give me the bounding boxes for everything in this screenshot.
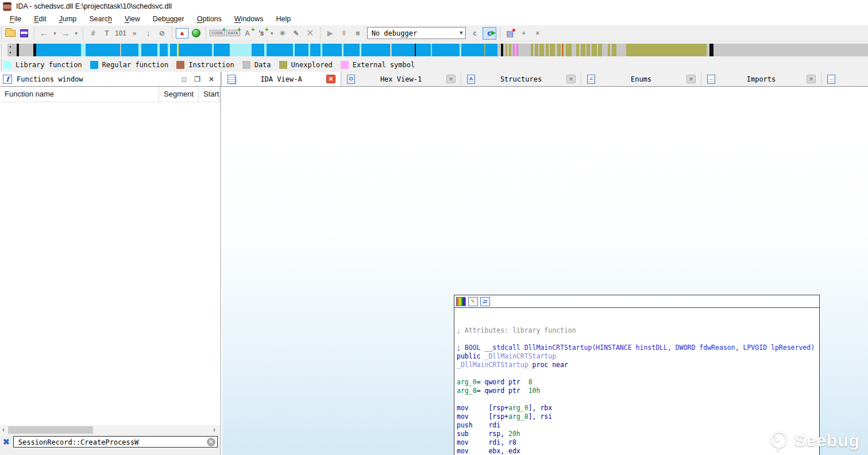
band-segment[interactable] xyxy=(602,44,608,56)
code-line[interactable]: sub rsp, 20h xyxy=(457,430,819,438)
band-segment[interactable] xyxy=(612,44,616,56)
functions-hscrollbar[interactable]: ‹ › xyxy=(0,425,220,435)
menu-options[interactable]: Options xyxy=(191,14,228,24)
jump-forward-dropdown[interactable]: ▾ xyxy=(73,27,79,40)
analysis-lock-icon[interactable]: ⊘ xyxy=(156,27,168,40)
create-string-button[interactable]: 's+ xyxy=(255,27,268,40)
tab-imports[interactable]: →Imports✕ xyxy=(701,72,821,86)
save-file-button[interactable] xyxy=(18,27,30,40)
tab-close-icon[interactable]: ✕ xyxy=(807,75,816,83)
code-line[interactable]: mov ebx, edx xyxy=(457,447,819,455)
band-segment[interactable] xyxy=(432,44,460,56)
scroll-left-icon[interactable]: ‹ xyxy=(2,426,5,434)
tab-hex-view-1[interactable]: OHex View-1✕ xyxy=(341,72,461,86)
jump-back-dropdown[interactable]: ▾ xyxy=(52,27,58,40)
band-segment[interactable] xyxy=(214,44,230,56)
band-segment[interactable] xyxy=(252,44,264,56)
jump-address-button[interactable]: ↓ xyxy=(142,27,155,40)
column-header-segment[interactable]: Segment xyxy=(159,87,199,102)
menu-file[interactable]: File xyxy=(3,14,28,24)
band-segment[interactable] xyxy=(322,44,342,56)
band-segment[interactable] xyxy=(539,44,544,56)
rename-button[interactable]: A+ xyxy=(241,27,254,40)
search-value-button[interactable]: # xyxy=(87,27,99,40)
tab-enums[interactable]: ≡Enums✕ xyxy=(581,72,701,86)
float-button[interactable]: ❐ xyxy=(194,75,200,83)
code-line[interactable] xyxy=(457,318,819,326)
menu-jump[interactable]: Jump xyxy=(53,14,83,24)
problems-list-button[interactable]: ▲ xyxy=(176,28,188,38)
code-line[interactable]: _DllMainCRTStartup proc near xyxy=(457,361,819,369)
menu-edit[interactable]: Edit xyxy=(28,14,53,24)
menu-view[interactable]: View xyxy=(118,14,146,24)
band-segment[interactable] xyxy=(121,44,138,56)
filter-clear-icon[interactable]: ✕ xyxy=(207,438,215,446)
search-sequence-button[interactable]: 101 xyxy=(114,27,127,40)
scrollbar-thumb[interactable] xyxy=(8,426,93,434)
band-segment[interactable] xyxy=(392,44,415,56)
debugger-windows-button[interactable]: ▤ xyxy=(504,27,516,40)
close-button[interactable]: ✕ xyxy=(209,75,214,83)
band-scroll-up-icon[interactable]: ◂ xyxy=(9,45,11,48)
band-segment[interactable] xyxy=(344,44,360,56)
band-segment[interactable] xyxy=(141,44,157,56)
string-type-dropdown[interactable]: ▾ xyxy=(269,27,275,40)
band-segment[interactable] xyxy=(295,44,308,56)
band-segment[interactable] xyxy=(713,44,868,56)
disassembly-code[interactable]: ; Attributes: library function ; BOOL __… xyxy=(454,308,819,455)
band-segment[interactable] xyxy=(310,44,321,56)
band-segment[interactable] xyxy=(36,44,81,56)
band-segment[interactable] xyxy=(416,44,431,56)
start-process-button[interactable]: ▶ xyxy=(324,27,337,40)
band-segment[interactable] xyxy=(550,44,555,56)
edit-pencil-icon[interactable]: ✎ xyxy=(468,297,478,306)
create-code-button[interactable]: code+ xyxy=(210,27,225,40)
band-segment[interactable] xyxy=(461,44,484,56)
code-line[interactable]: mov [rsp+arg_8], rsi xyxy=(457,412,819,421)
code-line[interactable] xyxy=(457,335,819,344)
band-segment[interactable] xyxy=(160,44,168,56)
menu-debugger[interactable]: Debugger xyxy=(146,14,191,24)
band-segment[interactable] xyxy=(518,44,531,56)
band-segment[interactable] xyxy=(485,44,497,56)
combo-arrow-icon[interactable]: ▼ xyxy=(460,30,462,36)
tab-close-icon[interactable]: ✕ xyxy=(686,75,696,83)
stop-process-button[interactable]: ■ xyxy=(352,27,364,40)
band-segment[interactable] xyxy=(81,44,86,56)
band-segment[interactable] xyxy=(230,44,252,56)
tab-close-icon[interactable]: ✕ xyxy=(566,75,576,83)
code-line[interactable]: push rdi xyxy=(457,421,819,430)
band-segment[interactable] xyxy=(598,44,602,56)
column-header-start[interactable]: Start xyxy=(199,87,220,102)
graph-jump-icon[interactable]: ⇄ xyxy=(480,297,490,306)
band-segment[interactable] xyxy=(581,44,585,56)
colors-palette-icon[interactable] xyxy=(456,297,466,306)
band-segment[interactable] xyxy=(19,44,33,56)
menu-windows[interactable]: Windows xyxy=(228,14,270,24)
band-segment[interactable] xyxy=(709,44,713,56)
tab-structures[interactable]: AStructures✕ xyxy=(461,72,581,86)
maximize-button[interactable]: □ xyxy=(182,75,186,83)
delete-function-button[interactable]: ✕ xyxy=(304,27,317,40)
analysis-status-indicator[interactable] xyxy=(190,27,202,40)
code-line[interactable]: public _DllMainCRTStartup xyxy=(457,352,819,361)
attach-process-button[interactable]: c xyxy=(469,27,481,40)
tab-exports[interactable]: → xyxy=(821,72,841,86)
open-file-button[interactable] xyxy=(4,27,17,40)
process-add-button[interactable]: + xyxy=(518,27,530,40)
band-segment[interactable] xyxy=(626,44,707,56)
code-line[interactable] xyxy=(457,395,819,404)
code-line[interactable] xyxy=(457,369,819,378)
code-line[interactable]: mov rdi, r8 xyxy=(457,438,819,447)
tab-close-icon[interactable]: ✕ xyxy=(326,75,335,83)
create-struct-button[interactable]: ✳ xyxy=(276,27,289,40)
column-header-function-name[interactable]: Function name xyxy=(0,87,159,102)
band-segment[interactable] xyxy=(616,44,626,56)
band-scroll-down-icon[interactable]: ◂ xyxy=(9,51,11,54)
menu-search[interactable]: Search xyxy=(83,14,118,24)
debugger-select[interactable]: No debugger▼ xyxy=(367,27,466,39)
filter-input[interactable] xyxy=(14,437,217,448)
scroll-right-icon[interactable]: › xyxy=(213,426,215,434)
code-line[interactable]: ; BOOL __stdcall DllMainCRTStartup(HINST… xyxy=(457,344,819,352)
band-drag-handle[interactable] xyxy=(1,44,2,56)
